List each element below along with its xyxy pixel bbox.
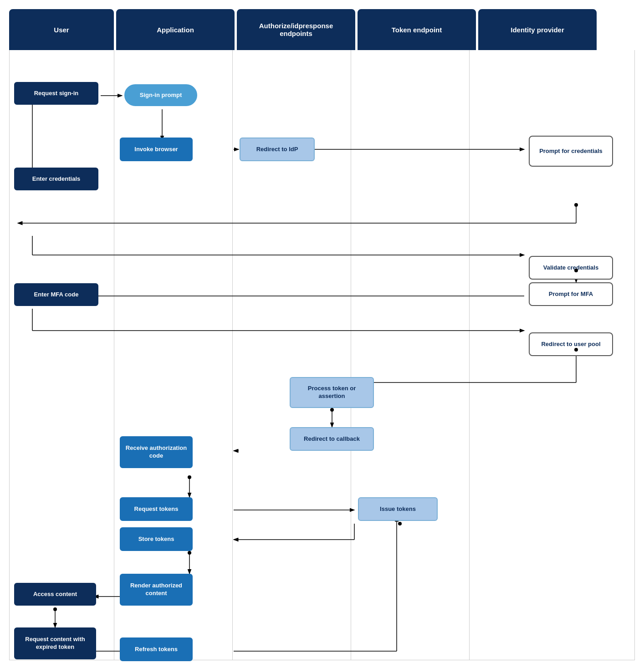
redirect-idp-box: Redirect to IdP: [240, 138, 315, 161]
enter-credentials-box: Enter credentials: [14, 168, 98, 190]
invoke-browser-box: Invoke browser: [120, 138, 193, 161]
header-auth: Authorize/idpresponse endpoints: [237, 9, 355, 50]
dot-prompt-cred: [574, 203, 578, 207]
dot-validate-cred: [574, 269, 578, 272]
prompt-mfa-box: Prompt for MFA: [529, 282, 613, 306]
store-tokens-box: Store tokens: [120, 527, 193, 551]
diagram-wrapper: User Application Authorize/idpresponse e…: [0, 0, 644, 668]
header-user: User: [9, 9, 114, 50]
column-headers: User Application Authorize/idpresponse e…: [9, 9, 635, 50]
dot-receive-auth: [188, 475, 191, 479]
request-tokens-box: Request tokens: [120, 497, 193, 521]
lane-token: [351, 50, 470, 660]
signin-prompt-box: Sign-in prompt: [124, 84, 197, 106]
access-content-box: Access content: [14, 583, 96, 606]
lane-user: [10, 50, 114, 660]
render-authorized-box: Render authorized content: [120, 574, 193, 606]
validate-credentials-box: Validate credentials: [529, 256, 613, 280]
issue-tokens-box: Issue tokens: [358, 497, 438, 521]
receive-auth-code-box: Receive authorization code: [120, 436, 193, 468]
dot-issue-tokens: [398, 522, 402, 525]
redirect-user-pool-box: Redirect to user pool: [529, 332, 613, 356]
dot-store-tokens: [188, 551, 191, 555]
diagram-body: Request sign-in Enter credentials Enter …: [9, 50, 635, 660]
enter-mfa-box: Enter MFA code: [14, 283, 98, 306]
header-idp: Identity provider: [478, 9, 597, 50]
request-expired-box: Request content with expired token: [14, 627, 96, 659]
dot-redirect-pool: [574, 348, 578, 352]
dot-process-token: [330, 408, 334, 412]
prompt-credentials-box: Prompt for credentials: [529, 136, 613, 167]
request-signin-box: Request sign-in: [14, 82, 98, 105]
refresh-tokens-box: Refresh tokens: [120, 637, 193, 661]
process-token-box: Process token or assertion: [290, 377, 374, 408]
dot-access-content: [53, 607, 57, 611]
header-app: Application: [116, 9, 235, 50]
header-token: Token endpoint: [358, 9, 476, 50]
redirect-callback-box: Redirect to callback: [290, 427, 374, 451]
